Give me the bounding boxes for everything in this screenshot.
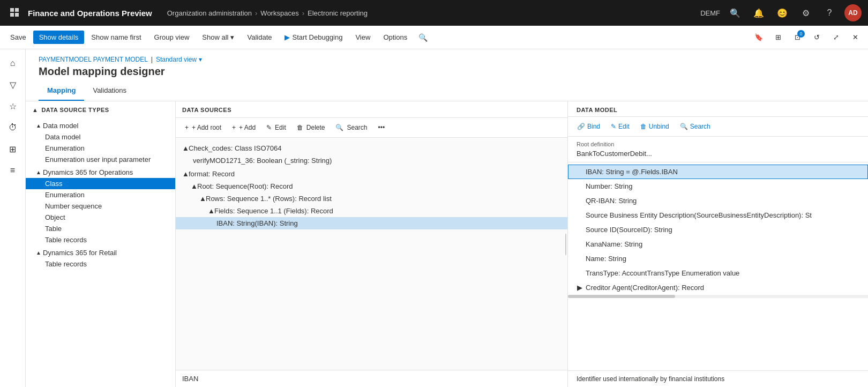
add-root-button[interactable]: + + Add root: [180, 121, 226, 134]
expand-icon[interactable]: ⤢: [827, 29, 844, 46]
more-options-button[interactable]: •••: [373, 121, 390, 134]
app-grid-icon[interactable]: [6, 4, 24, 21]
top-nav: Finance and Operations Preview Organizat…: [0, 0, 868, 26]
tree-item-table-records-2[interactable]: Table records: [26, 258, 175, 270]
right-tree-source-id[interactable]: Source ID(SourceID): String: [568, 222, 868, 237]
right-tree-qr-iban[interactable]: QR-IBAN: String: [568, 194, 868, 208]
toolbar-right-actions: 🔖 ⊞ ⊡ 0 ↺ ⤢ ✕: [750, 29, 864, 46]
data-tree-rows[interactable]: ▲ Rows: Sequence 1..* (Rows): Record lis…: [176, 192, 567, 205]
expand-icon[interactable]: ▲: [34, 121, 43, 130]
tree-item-label: Table: [45, 225, 171, 233]
settings-icon[interactable]: ⚙: [797, 4, 814, 21]
bookmark-icon[interactable]: 🔖: [750, 29, 767, 46]
nav-star-icon[interactable]: ☆: [3, 96, 23, 116]
group-view-button[interactable]: Group view: [148, 31, 196, 44]
user-avatar[interactable]: AD: [844, 4, 862, 21]
bind-button[interactable]: 🔗 Bind: [572, 120, 605, 133]
scrollbar-thumb[interactable]: [568, 295, 675, 298]
middle-panel-toolbar: + + Add root + + Add ✎ Edit 🗑 Delete: [176, 118, 567, 138]
search-icon[interactable]: 🔍: [727, 4, 744, 21]
expand-icon[interactable]: ▲: [199, 195, 206, 203]
resize-handle[interactable]: [564, 101, 567, 387]
tree-item-d365-retail-group[interactable]: ▲ Dynamics 365 for Retail: [26, 247, 175, 258]
search-button[interactable]: 🔍 Search: [675, 120, 715, 133]
save-button[interactable]: Save: [4, 31, 32, 44]
tree-item-enumeration-1[interactable]: Enumeration: [26, 143, 175, 154]
refresh-icon[interactable]: ↺: [808, 29, 825, 46]
view-selector[interactable]: Standard view ▾: [156, 56, 202, 63]
breadcrumb-item-3[interactable]: Electronic reporting: [308, 9, 368, 17]
data-tree-fields[interactable]: ▲ Fields: Sequence 1..1 (Fields): Record: [176, 205, 567, 217]
tree-item-enum-user-input[interactable]: Enumeration user input parameter: [26, 154, 175, 165]
right-tree-trans-type[interactable]: TransType: AccountTransType Enumeration …: [568, 266, 868, 280]
tree-item-data-model[interactable]: Data model: [26, 131, 175, 143]
breadcrumb-item-1[interactable]: Organization administration: [167, 9, 252, 17]
start-debugging-button[interactable]: ▶ Start Debugging: [279, 31, 348, 44]
tree-item-table-records-1[interactable]: Table records: [26, 234, 175, 245]
breadcrumb-model[interactable]: PAYMENTMODEL PAYMENT MODEL: [39, 56, 148, 63]
tree-item-enumeration-2[interactable]: Enumeration: [26, 189, 175, 200]
tree-item-label: Enumeration: [45, 191, 171, 199]
data-tree-format[interactable]: ▲ format: Record: [176, 168, 567, 180]
edit-button[interactable]: ✎ Edit: [261, 121, 291, 134]
add-button[interactable]: + + Add: [227, 121, 260, 134]
tree-item-class[interactable]: Class: [26, 178, 175, 189]
nav-list-icon[interactable]: ≡: [3, 161, 23, 180]
panel-icon[interactable]: ⊞: [769, 29, 787, 46]
tree-item-d365-ops-group[interactable]: ▲ Dynamics 365 for Operations: [26, 166, 175, 178]
tree-item-number-sequence[interactable]: Number sequence: [26, 200, 175, 212]
expand-icon[interactable]: ▲: [182, 170, 189, 178]
delete-button[interactable]: 🗑 Delete: [292, 121, 330, 134]
right-tree-source-biz[interactable]: Source Business Entity Description(Sourc…: [568, 208, 868, 222]
notification-badge-icon[interactable]: ⊡ 0: [789, 29, 806, 46]
nav-grid-icon[interactable]: ⊞: [3, 139, 23, 159]
right-tree-item-label: IBAN: String = @.Fields.IBAN: [586, 168, 678, 176]
search-button[interactable]: 🔍 Search: [331, 121, 372, 134]
left-panel-collapse-icon[interactable]: ▲: [32, 107, 38, 113]
right-tree-number[interactable]: Number: String: [568, 179, 868, 194]
show-all-button[interactable]: Show all ▾: [196, 31, 240, 44]
data-tree-check-codes[interactable]: ▲ Check_codes: Class ISO7064: [176, 142, 567, 154]
expand-icon[interactable]: ▲: [191, 182, 197, 190]
nav-recent-icon[interactable]: ⏱: [3, 118, 23, 137]
show-details-button[interactable]: Show details: [33, 31, 85, 44]
tab-validations[interactable]: Validations: [84, 82, 135, 101]
expand-icon[interactable]: ▲: [34, 168, 43, 176]
breadcrumb-item-2[interactable]: Workspaces: [260, 9, 298, 17]
unbind-button[interactable]: 🗑 Unbind: [635, 120, 674, 133]
face-icon[interactable]: 😊: [774, 4, 791, 21]
bell-icon[interactable]: 🔔: [750, 4, 767, 21]
tree-item-table[interactable]: Table: [26, 223, 175, 234]
right-tree-item-label: Creditor Agent(CreditorAgent): Record: [586, 284, 704, 292]
nav-filter-icon[interactable]: ▽: [3, 75, 23, 94]
edit-button[interactable]: ✎ Edit: [606, 120, 634, 133]
help-icon[interactable]: ?: [821, 4, 838, 21]
right-tree-kana-name[interactable]: KanaName: String: [568, 237, 868, 251]
close-icon[interactable]: ✕: [847, 29, 864, 46]
right-tree-item-label: TransType: AccountTransType Enumeration …: [586, 269, 739, 277]
data-tree-verify[interactable]: verifyMOD1271_36: Boolean (_string: Stri…: [176, 154, 567, 167]
sidebar-icons: ⌂ ▽ ☆ ⏱ ⊞ ≡: [0, 49, 26, 387]
validate-button[interactable]: Validate: [241, 31, 278, 44]
data-tree-root[interactable]: ▲ Root: Sequence(Root): Record: [176, 180, 567, 192]
toolbar-search-icon[interactable]: 🔍: [414, 29, 431, 46]
show-name-first-button[interactable]: Show name first: [85, 31, 147, 44]
top-nav-right: DEMF 🔍 🔔 😊 ⚙ ? AD: [700, 4, 862, 21]
tree-item-object[interactable]: Object: [26, 212, 175, 223]
expand-icon[interactable]: ▲: [34, 248, 43, 257]
tree-item-label: Class: [45, 180, 171, 188]
expand-icon[interactable]: ▲: [208, 207, 214, 215]
right-tree-creditor-agent[interactable]: ▶ Creditor Agent(CreditorAgent): Record: [568, 280, 868, 295]
data-tree-iban[interactable]: IBAN: String(IBAN): String: [176, 217, 567, 229]
app-title: Finance and Operations Preview: [28, 9, 152, 18]
tab-mapping[interactable]: Mapping: [39, 82, 84, 101]
expand-icon[interactable]: ▲: [182, 144, 189, 152]
right-panel-toolbar: 🔗 Bind ✎ Edit 🗑 Unbind 🔍 Search: [568, 117, 868, 137]
view-button[interactable]: View: [349, 31, 376, 44]
nav-home-icon[interactable]: ⌂: [3, 54, 23, 73]
right-tree-iban[interactable]: IBAN: String = @.Fields.IBAN: [568, 165, 868, 179]
middle-panel-footer: IBAN: [176, 370, 567, 387]
right-tree-name[interactable]: Name: String: [568, 251, 868, 266]
tree-item-data-model-group[interactable]: ▲ Data model: [26, 120, 175, 131]
options-button[interactable]: Options: [377, 31, 413, 44]
